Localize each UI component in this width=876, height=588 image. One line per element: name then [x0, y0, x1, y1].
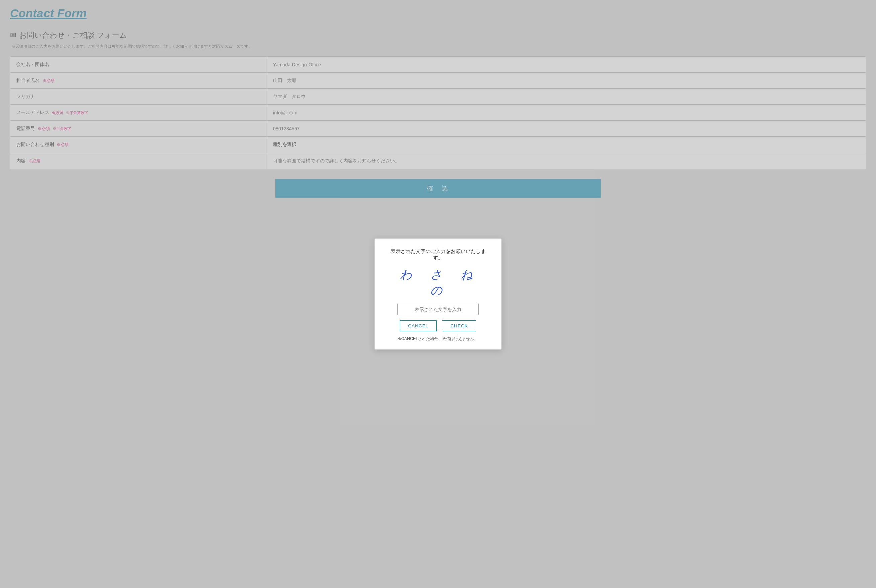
cancel-button[interactable]: CANCEL [400, 320, 437, 332]
check-button[interactable]: CHECK [442, 320, 476, 332]
modal-instruction: 表示された文字のご入力をお願いいたします。 [387, 248, 489, 261]
captcha-input[interactable] [397, 304, 479, 315]
captcha-overlay: 表示された文字のご入力をお願いいたします。 わ さ ね の CANCEL CHE… [0, 0, 876, 588]
captcha-characters: わ さ ね の [387, 267, 489, 298]
modal-note: ※CANCELされた場合、送信は行えません。 [387, 336, 489, 342]
captcha-modal: 表示された文字のご入力をお願いいたします。 わ さ ね の CANCEL CHE… [374, 238, 502, 350]
modal-buttons: CANCEL CHECK [387, 320, 489, 332]
